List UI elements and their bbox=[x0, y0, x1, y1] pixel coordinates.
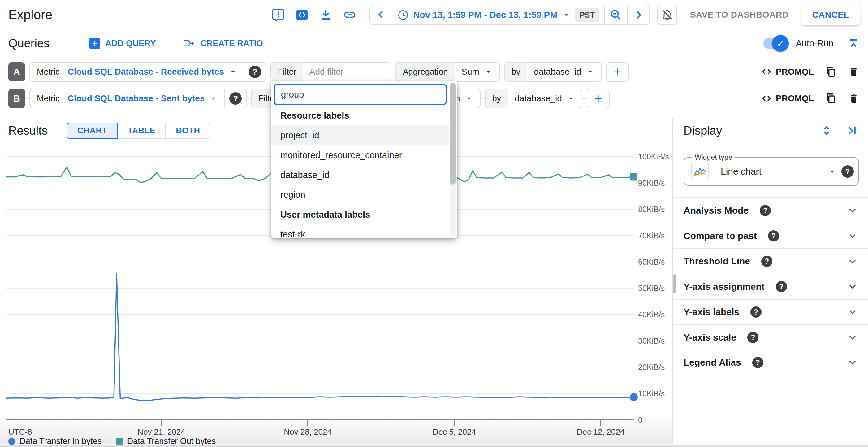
queries-heading: Queries bbox=[8, 37, 50, 50]
help-icon[interactable]: ? bbox=[249, 66, 261, 78]
cancel-button[interactable]: CANCEL bbox=[802, 4, 860, 25]
tab-both[interactable]: BOTH bbox=[165, 123, 210, 139]
filter-input[interactable] bbox=[303, 62, 391, 81]
section-legend-alias[interactable]: Legend Alias ? bbox=[673, 350, 868, 375]
query-row-a: A Metric Cloud SQL Database - Received b… bbox=[8, 62, 860, 82]
zoom-out-button[interactable] bbox=[604, 5, 627, 25]
group-by-pill: by database_id bbox=[504, 62, 601, 82]
svg-text:60KiB/s: 60KiB/s bbox=[638, 258, 665, 266]
merge-arrows-icon bbox=[183, 37, 195, 50]
unfold-more-icon bbox=[820, 124, 833, 137]
link-icon[interactable] bbox=[343, 8, 356, 22]
add-group-by-button[interactable]: + bbox=[587, 89, 610, 108]
expand-all-sections-button[interactable] bbox=[820, 124, 833, 137]
chevron-down-icon bbox=[847, 230, 858, 241]
metric-select[interactable]: Cloud SQL Database - Received bytes bbox=[61, 62, 244, 81]
delete-query-button[interactable] bbox=[848, 93, 860, 104]
save-to-dashboard-button[interactable]: SAVE TO DASHBOARD bbox=[690, 10, 789, 20]
promql-button[interactable]: PROMQL bbox=[761, 66, 814, 78]
caret-down-icon bbox=[465, 94, 473, 102]
svg-text:UTC-8: UTC-8 bbox=[8, 427, 32, 437]
feedback-icon[interactable] bbox=[272, 8, 285, 21]
code-toggle-icon[interactable] bbox=[295, 8, 309, 22]
filter-suggestions-list: Resource labels project_id monitored_res… bbox=[271, 106, 449, 238]
add-query-button[interactable]: + ADD QUERY bbox=[89, 38, 156, 49]
plus-icon: + bbox=[89, 38, 100, 49]
metric-pill: Metric Cloud SQL Database - Sent bytes ? bbox=[29, 89, 247, 108]
svg-text:90KiB/s: 90KiB/s bbox=[638, 179, 665, 187]
dropdown-item-region[interactable]: region bbox=[271, 185, 449, 205]
help-icon[interactable]: ? bbox=[776, 281, 787, 292]
by-label: by bbox=[486, 89, 508, 108]
create-ratio-button[interactable]: CREATE RATIO bbox=[183, 37, 263, 50]
dropdown-item-project-id[interactable]: project_id bbox=[271, 125, 449, 145]
add-group-by-button[interactable]: + bbox=[606, 62, 629, 82]
section-title: Legend Alias bbox=[684, 357, 741, 368]
alerting-off-button[interactable] bbox=[657, 5, 677, 25]
help-icon[interactable]: ? bbox=[761, 256, 772, 267]
connector bbox=[601, 71, 606, 72]
help-icon[interactable]: ? bbox=[229, 92, 242, 105]
date-range-picker[interactable]: Nov 13, 1:59 PM - Dec 13, 1:59 PM PST bbox=[392, 5, 604, 25]
dropdown-scrollbar[interactable] bbox=[450, 83, 456, 237]
promql-button[interactable]: PROMQL bbox=[761, 93, 814, 104]
help-icon[interactable]: ? bbox=[750, 306, 762, 318]
dropdown-scrollbar-thumb[interactable] bbox=[450, 83, 456, 185]
query-actions: PROMQL bbox=[761, 93, 860, 104]
section-y-axis-assignment[interactable]: Y-axis assignment ? bbox=[673, 274, 868, 299]
svg-text:Dec 5, 2024: Dec 5, 2024 bbox=[433, 427, 476, 437]
group-by-select[interactable]: database_id bbox=[508, 89, 582, 108]
tab-table[interactable]: TABLE bbox=[117, 123, 166, 139]
svg-text:20KiB/s: 20KiB/s bbox=[638, 363, 665, 371]
help-icon[interactable]: ? bbox=[768, 230, 779, 241]
group-by-value: database_id bbox=[515, 93, 562, 103]
section-compare-to-past[interactable]: Compare to past ? bbox=[673, 223, 868, 248]
copy-icon bbox=[825, 93, 837, 104]
chevron-down-icon bbox=[847, 332, 858, 343]
section-analysis-mode[interactable]: Analysis Mode ? bbox=[673, 198, 868, 223]
help-icon[interactable]: ? bbox=[752, 357, 764, 368]
section-y-axis-scale[interactable]: Y-axis scale ? bbox=[673, 324, 868, 350]
filter-pill: Filter bbox=[271, 62, 391, 82]
aggregation-select[interactable]: Sum bbox=[455, 62, 499, 81]
duplicate-query-button[interactable] bbox=[825, 66, 837, 78]
help-icon[interactable]: ? bbox=[841, 165, 854, 178]
svg-text:Dec 12, 2024: Dec 12, 2024 bbox=[577, 427, 625, 437]
auto-run-toggle[interactable]: ✓ bbox=[764, 38, 787, 49]
section-threshold-line[interactable]: Threshold Line ? bbox=[673, 248, 868, 274]
connector bbox=[391, 71, 396, 72]
line-chart-icon bbox=[691, 162, 709, 180]
widget-type-select[interactable]: Widget type Line chart ? bbox=[684, 157, 859, 186]
collapse-all-button[interactable] bbox=[847, 37, 860, 50]
collapse-panel-button[interactable] bbox=[846, 124, 858, 137]
time-forward-button[interactable] bbox=[627, 5, 649, 25]
caret-down-icon bbox=[484, 68, 492, 76]
tab-chart[interactable]: CHART bbox=[67, 123, 118, 139]
chevron-down-icon bbox=[847, 205, 858, 216]
chevron-down-icon bbox=[847, 357, 858, 368]
help-icon[interactable]: ? bbox=[760, 205, 771, 216]
metric-select[interactable]: Cloud SQL Database - Sent bytes bbox=[61, 89, 225, 108]
duplicate-query-button[interactable] bbox=[825, 93, 837, 104]
time-back-button[interactable] bbox=[370, 5, 392, 25]
code-icon bbox=[761, 93, 772, 104]
query-badge: A bbox=[8, 62, 25, 82]
dropdown-item-monitored-resource-container[interactable]: monitored_resource_container bbox=[271, 145, 449, 165]
dropdown-item-test-rk[interactable]: test-rk bbox=[271, 225, 449, 238]
group-by-pill: by database_id bbox=[485, 89, 582, 108]
help-icon[interactable]: ? bbox=[747, 332, 758, 343]
section-y-axis-labels[interactable]: Y-axis labels ? bbox=[673, 299, 868, 324]
add-query-label: ADD QUERY bbox=[105, 39, 156, 48]
copy-icon bbox=[825, 66, 837, 78]
time-range-toolbar: Nov 13, 1:59 PM - Dec 13, 1:59 PM PST bbox=[370, 5, 650, 25]
caret-down-icon bbox=[586, 68, 594, 76]
dropdown-item-database-id[interactable]: database_id bbox=[271, 165, 449, 185]
create-ratio-label: CREATE RATIO bbox=[200, 39, 263, 48]
download-icon[interactable] bbox=[319, 8, 332, 21]
timezone-badge[interactable]: PST bbox=[575, 8, 599, 22]
panel-scrollbar[interactable] bbox=[673, 274, 676, 294]
group-by-select[interactable]: database_id bbox=[527, 62, 601, 81]
delete-query-button[interactable] bbox=[848, 66, 860, 78]
filter-search-input[interactable] bbox=[274, 84, 447, 105]
chevron-down-icon bbox=[847, 281, 858, 292]
